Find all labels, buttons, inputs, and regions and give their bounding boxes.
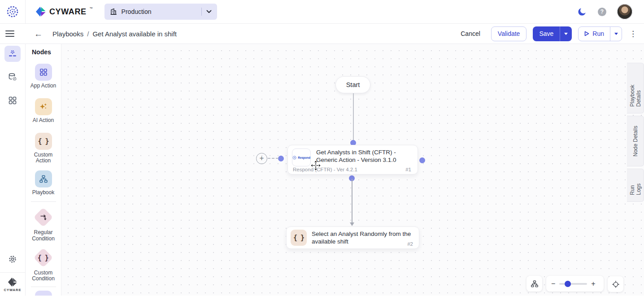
edge-arrowhead [350,222,354,226]
palette-playbook[interactable]: Playbook [27,170,60,196]
apps-grid-icon [8,96,17,105]
run-split-button: Run [578,26,622,41]
environment-selector[interactable]: Production [104,4,217,20]
palette-label: AI Action [27,118,60,124]
custom-action-icon-tile: { } [35,133,52,150]
nodes-icon [8,49,17,59]
cyware-mark-icon [8,277,17,287]
user-avatar[interactable] [617,4,632,19]
building-icon [110,8,117,15]
palette-custom-condition[interactable]: { } Custom Condition [27,248,60,283]
brand-trademark: ™ [90,7,93,10]
crosshair-icon [612,280,620,288]
orchestrate-spiral-logo [6,5,19,18]
save-split-button: Save [533,26,572,41]
breadcrumb-current: Get Analyst available in shift [92,30,177,38]
zoom-slider[interactable] [559,283,587,285]
node-title: Select an Analyst Randomly from the avai… [312,230,413,246]
auto-layout-button[interactable] [527,276,542,292]
ai-action-icon-tile [35,98,52,115]
tab-node-details[interactable]: Node Details [627,116,644,166]
palette-ai-action[interactable]: AI Action [27,98,60,124]
braces-icon: { } [38,253,48,261]
nodes-panel: Nodes App Action AI Action [26,44,61,296]
zoom-slider-knob[interactable] [565,281,571,287]
rail-data-tab[interactable] [4,69,21,85]
zoom-out-button[interactable]: − [551,280,555,287]
breadcrumb-separator: / [87,30,89,38]
custom-action-node-icon: { } [291,230,307,246]
tree-icon [39,174,48,183]
cancel-button[interactable]: Cancel [456,26,485,41]
node-select-analyst[interactable]: { } Select an Analyst Randomly from the … [286,226,419,249]
caret-down-icon [614,33,618,35]
branch-arrow-icon [39,213,48,221]
rail-settings-button[interactable] [8,254,17,266]
sparkles-icon [39,102,48,111]
hamburger-menu-icon[interactable] [5,30,14,37]
add-node-button[interactable]: + [256,153,267,164]
caret-down-icon [564,33,568,35]
zoom-in-button[interactable]: + [591,280,595,287]
start-node[interactable]: Start [335,76,370,93]
palette-divider [31,287,56,287]
node-get-analysts-in-shift[interactable]: Respond Get Analysts in Shift (CFTR) - G… [287,145,418,174]
brand-name: CYWARE [49,6,87,17]
rail-nodes-tab[interactable] [4,46,21,62]
breadcrumb-playbooks[interactable]: Playbooks [52,30,83,38]
save-button[interactable]: Save [533,26,560,41]
palette-partial-item[interactable] [35,291,52,296]
node-title: Get Analysts in Shift (CFTR) - Generic A… [316,148,411,166]
palette-label: Playbook [27,190,60,196]
help-icon[interactable]: ? [598,8,606,16]
gear-icon [8,254,17,264]
zoom-control: − + [546,276,604,292]
playbook-icon-tile [35,170,52,187]
custom-condition-icon-tile: { } [34,248,53,267]
tab-run-logs[interactable]: Run Logs [627,169,644,202]
node1-left-port[interactable] [278,156,284,161]
run-dropdown-button[interactable] [610,27,622,41]
left-icon-rail: CYWARE [0,44,26,296]
data-settings-icon [8,72,17,82]
more-options-icon[interactable]: ⋮ [628,30,638,38]
divider [201,8,202,16]
palette-app-action[interactable]: App Action [27,64,60,89]
cyware-diamond-icon [35,6,46,17]
rail-apps-tab[interactable] [4,92,21,109]
toolbar-actions: Cancel Validate Save Run ⋮ [456,26,638,41]
palette-regular-condition[interactable]: Regular Condition [27,207,60,242]
environment-label: Production [122,8,201,15]
run-button[interactable]: Run [579,27,610,41]
play-icon [584,31,589,36]
back-arrow-icon[interactable]: ← [34,30,43,38]
braces-icon: { } [38,137,48,145]
product-logo-cell [0,0,26,23]
app-action-icon-tile [35,64,52,81]
respond-app-logo: Respond [292,148,311,166]
app-grid-icon [39,68,48,77]
palette-label: Regular Condition [27,230,60,242]
braces-icon: { } [293,234,304,242]
palette-divider [31,201,56,202]
playbook-canvas[interactable]: Start + Respond Get Analysts in Shift (C… [61,44,644,296]
edge-node1-to-node2 [352,179,352,223]
nodes-panel-title: Nodes [32,48,51,56]
palette-custom-action[interactable]: { } Custom Action [27,133,60,165]
rail-brand-label: CYWARE [4,288,22,292]
palette-label: Custom Action [27,152,60,165]
validate-button[interactable]: Validate [491,26,527,41]
respond-spiral-icon [292,155,296,160]
detail-tabs: Playbook Details Node Details Run Logs [627,63,644,202]
playbook-toolbar: ← Playbooks / Get Analyst available in s… [0,24,644,44]
moon-theme-icon[interactable] [577,7,587,17]
node1-right-port[interactable] [419,157,425,163]
edge-start-to-node1 [353,93,354,143]
top-header: CYWARE ™ Production ? [0,0,644,24]
respond-app-label: Respond [298,156,310,159]
save-dropdown-button[interactable] [560,26,572,41]
node-badge: #2 [407,241,413,247]
tab-playbook-details[interactable]: Playbook Details [627,63,644,113]
fit-view-button[interactable] [608,276,623,292]
chevron-down-icon [206,10,212,13]
